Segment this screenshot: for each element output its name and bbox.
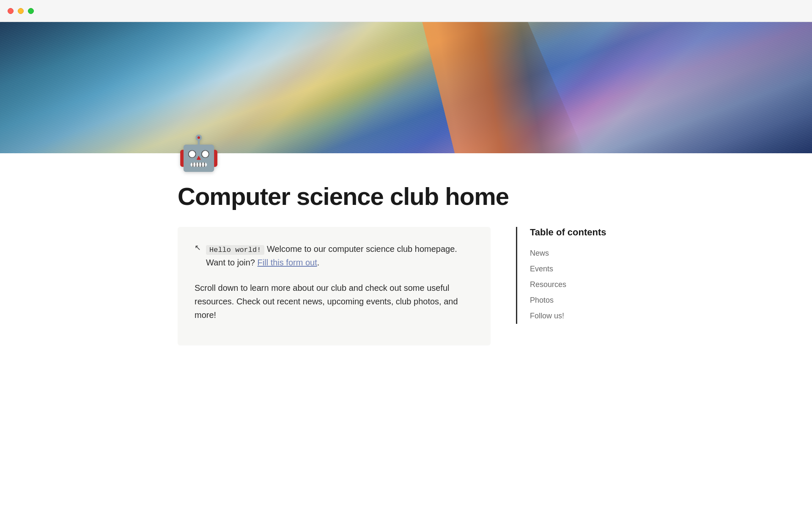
toc-sidebar: Table of contents News Events Resources … bbox=[516, 227, 634, 324]
join-form-link[interactable]: Fill this form out bbox=[258, 258, 317, 267]
intro-paragraph: Hello world! Welcome to our computer sci… bbox=[206, 242, 474, 269]
page-wrapper: 🤖 Computer science club home ↖ Hello wor… bbox=[0, 22, 812, 345]
hero-banner bbox=[0, 22, 812, 153]
content-area: 🤖 Computer science club home ↖ Hello wor… bbox=[110, 136, 702, 345]
cursor-icon: ↖ bbox=[195, 243, 201, 252]
toc-title: Table of contents bbox=[530, 227, 634, 238]
close-button[interactable] bbox=[8, 8, 14, 14]
window-chrome bbox=[0, 0, 812, 22]
toc-item-events[interactable]: Events bbox=[530, 261, 634, 277]
cursor-area: ↖ Hello world! Welcome to our computer s… bbox=[195, 242, 474, 269]
second-paragraph: Scroll down to learn more about our club… bbox=[195, 281, 474, 322]
code-snippet: Hello world! bbox=[206, 245, 264, 255]
two-column-layout: ↖ Hello world! Welcome to our computer s… bbox=[178, 227, 634, 345]
toc-item-photos[interactable]: Photos bbox=[530, 293, 634, 308]
toc-item-news[interactable]: News bbox=[530, 246, 634, 261]
page-title: Computer science club home bbox=[178, 183, 634, 210]
page-icon: 🤖 bbox=[178, 136, 634, 170]
main-content-block: ↖ Hello world! Welcome to our computer s… bbox=[178, 227, 491, 345]
toc-item-resources[interactable]: Resources bbox=[530, 277, 634, 293]
maximize-button[interactable] bbox=[28, 8, 34, 14]
intro-text-after: . bbox=[317, 258, 320, 267]
toc-item-follow[interactable]: Follow us! bbox=[530, 308, 634, 324]
minimize-button[interactable] bbox=[18, 8, 24, 14]
page-icon-area: 🤖 bbox=[178, 136, 634, 170]
